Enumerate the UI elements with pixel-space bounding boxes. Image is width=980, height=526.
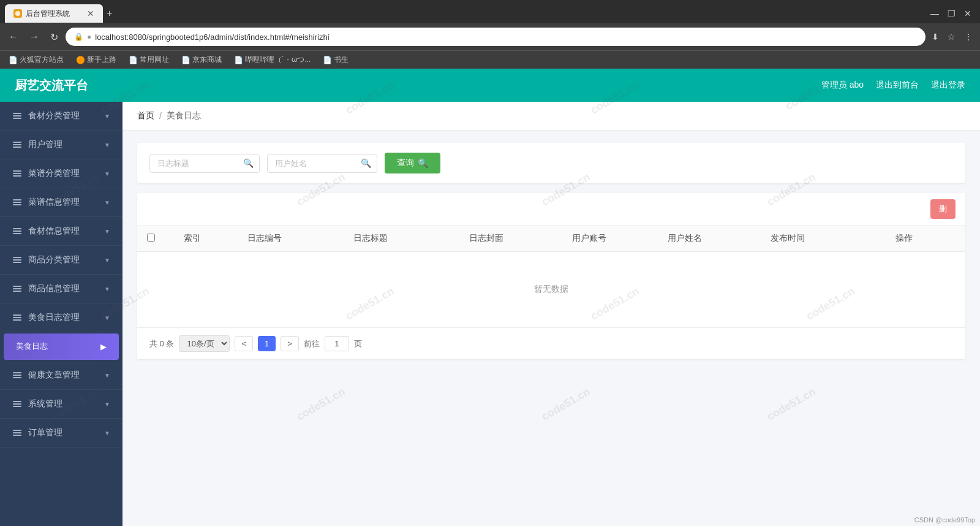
query-button[interactable]: 查询 🔍 (385, 153, 440, 173)
refresh-button[interactable]: ↻ (47, 29, 62, 45)
sidebar-item-health-article[interactable]: 健康文章管理 ▼ (0, 361, 123, 390)
select-all-checkbox[interactable] (147, 234, 155, 242)
breadcrumb: 首页 / 美食日志 (123, 102, 980, 131)
sidebar-item-food-diary-manage[interactable]: 美食日志管理 ▼ (0, 303, 123, 332)
svg-rect-15 (13, 233, 21, 234)
bookmark-shusheng-icon: 📄 (323, 56, 332, 64)
sidebar-item-food-category[interactable]: 食材分类管理 ▼ (0, 102, 123, 131)
bookmark-common[interactable]: 📄 常用网址 (125, 53, 173, 66)
table-header-action: 操作 (842, 226, 965, 252)
sidebar-label-goods-category: 商品分类管理 (28, 254, 80, 265)
sidebar-item-ingredient-info[interactable]: 食材信息管理 ▼ (0, 217, 123, 246)
svg-rect-24 (13, 319, 21, 321)
more-menu-button[interactable]: ⋮ (962, 29, 975, 44)
svg-rect-27 (13, 377, 21, 378)
total-count-label: 共 0 条 (149, 338, 174, 349)
sidebar-item-goods-category[interactable]: 商品分类管理 ▼ (0, 246, 123, 275)
data-table: 索引 日志编号 日志标题 日志封面 (137, 226, 965, 327)
table-actions: 删 (137, 193, 965, 226)
svg-rect-8 (13, 173, 21, 174)
svg-rect-32 (13, 432, 21, 433)
btn-logout[interactable]: 退出登录 (931, 80, 965, 91)
header-right: 管理员 abo 退出到前台 退出登录 (821, 80, 965, 91)
sidebar-item-user-management[interactable]: 用户管理 ▼ (0, 131, 123, 159)
sidebar-arrow-recipe-info: ▼ (104, 199, 110, 206)
sidebar-item-recipe-category[interactable]: 菜谱分类管理 ▼ (0, 159, 123, 188)
sidebar-label-food-category: 食材分类管理 (28, 110, 80, 121)
bookmark-newbie[interactable]: 🟠 新手上路 (72, 53, 120, 66)
bookmark-shusheng[interactable]: 📄 书生 (319, 53, 352, 66)
sidebar-item-system-manage[interactable]: 系统管理 ▼ (0, 390, 123, 419)
query-button-label: 查询 (397, 158, 414, 169)
forward-button[interactable]: → (26, 29, 43, 45)
bookmark-foxsite[interactable]: 📄 火狐官方站点 (5, 53, 67, 66)
sidebar-arrow-health: ▼ (104, 372, 110, 379)
table-header-username: 用户姓名 (637, 226, 733, 252)
sidebar-item-food-diary[interactable]: 美食日志 ▶ (4, 334, 119, 360)
browser-action-buttons: ⬇ ☆ ⋮ (929, 29, 975, 44)
next-page-button[interactable]: > (281, 336, 299, 351)
browser-tab-active[interactable]: 后台管理系统 ✕ (5, 4, 103, 23)
download-button[interactable]: ⬇ (929, 29, 941, 44)
title-search-icon: 🔍 (243, 158, 254, 168)
menu-icon-recipe-cat (12, 169, 22, 178)
svg-rect-2 (13, 115, 21, 116)
sidebar-item-goods-info[interactable]: 商品信息管理 ▼ (0, 275, 123, 303)
sidebar-item-recipe-info[interactable]: 菜谱信息管理 ▼ (0, 188, 123, 217)
breadcrumb-home[interactable]: 首页 (137, 110, 154, 121)
page-content: 🔍 🔍 查询 🔍 删 (123, 131, 980, 372)
svg-rect-19 (13, 286, 21, 287)
bookmark-bilibili-icon: 📄 (234, 56, 243, 64)
goto-page-input[interactable]: 1 (325, 336, 349, 351)
svg-rect-1 (13, 113, 21, 114)
menu-icon-ingredient (12, 226, 22, 236)
tab-title-label: 后台管理系统 (26, 9, 70, 19)
menu-icon-goods-info (12, 284, 22, 294)
batch-delete-button[interactable]: 删 (930, 199, 956, 219)
svg-rect-4 (13, 142, 21, 143)
svg-rect-28 (13, 401, 21, 402)
app-logo: 厨艺交流平台 (15, 77, 88, 94)
svg-rect-26 (13, 375, 21, 376)
query-icon: 🔍 (418, 158, 428, 168)
menu-icon-system (12, 399, 22, 409)
back-button[interactable]: ← (5, 29, 22, 45)
svg-rect-18 (13, 262, 21, 263)
prev-page-button[interactable]: < (235, 336, 253, 351)
new-tab-button[interactable]: + (103, 4, 116, 23)
svg-rect-16 (13, 257, 21, 258)
sidebar: 食材分类管理 ▼ 用户管理 ▼ 菜谱分类管理 ▼ (0, 102, 123, 526)
tab-close-button[interactable]: ✕ (87, 9, 94, 18)
bookmark-common-icon: 📄 (129, 56, 138, 64)
btn-goto-frontend[interactable]: 退出到前台 (876, 80, 919, 91)
bookmark-button[interactable]: ☆ (945, 29, 958, 44)
window-close-button[interactable]: ✕ (960, 6, 975, 21)
sidebar-label-food-diary: 美食日志 (16, 341, 48, 352)
page-1-button[interactable]: 1 (258, 336, 276, 351)
window-minimize-button[interactable]: — (927, 6, 943, 21)
table-body: 暂无数据 (137, 252, 965, 327)
window-restore-button[interactable]: ❐ (944, 6, 959, 21)
svg-rect-25 (13, 372, 21, 373)
bookmark-jd[interactable]: 📄 京东商城 (178, 53, 225, 66)
svg-rect-14 (13, 231, 21, 232)
table-header-title: 日志标题 (309, 226, 432, 252)
sidebar-label-system-manage: 系统管理 (28, 398, 62, 410)
address-bar[interactable]: 🔒 ● localhost:8080/springbooted1p6/admin… (66, 28, 925, 46)
table-header-code: 日志编号 (220, 226, 309, 252)
svg-rect-22 (13, 314, 21, 316)
sidebar-arrow-recipe-cat: ▼ (104, 170, 110, 177)
tab-favicon (13, 9, 22, 18)
page-size-select[interactable]: 10条/页 20条/页 50条/页 (179, 335, 230, 352)
bookmark-bilibili[interactable]: 📄 哔哩哔哩（´・ωつ... (230, 53, 314, 66)
navigation-bar: ← → ↻ 🔒 ● localhost:8080/springbooted1p6… (0, 23, 980, 50)
bookmark-newbie-icon: 🟠 (76, 56, 85, 64)
table-header-row: 索引 日志编号 日志标题 日志封面 (137, 226, 965, 252)
sidebar-item-order-manage[interactable]: 订单管理 ▼ (0, 419, 123, 448)
sidebar-arrow-user: ▼ (104, 142, 110, 148)
svg-rect-13 (13, 228, 21, 229)
csdn-footer: CSDN @code99Top (914, 516, 975, 524)
app-header: 厨艺交流平台 管理员 abo 退出到前台 退出登录 (0, 69, 980, 102)
svg-rect-23 (13, 317, 21, 318)
table-header-checkbox (137, 226, 165, 252)
